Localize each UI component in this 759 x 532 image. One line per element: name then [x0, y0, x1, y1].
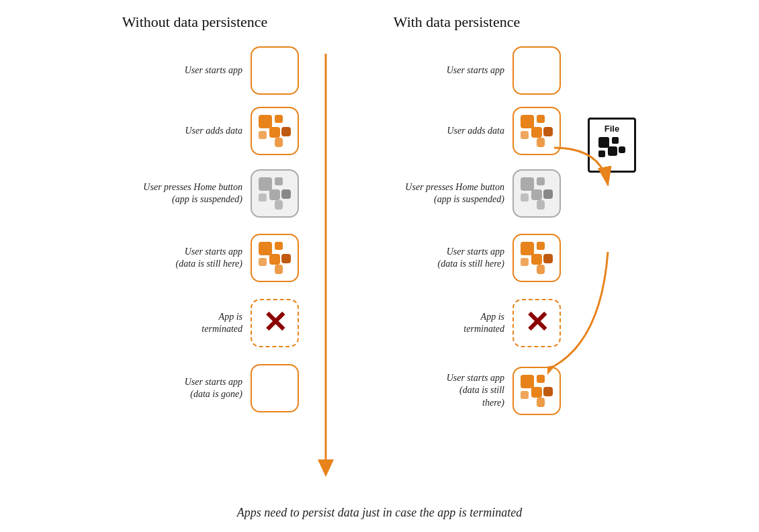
right-column-title: With data persistence: [394, 13, 520, 31]
svg-rect-6: [259, 177, 272, 191]
svg-rect-17: [275, 265, 283, 274]
left-step-3-label: User presses Home button(app is suspende…: [91, 181, 251, 206]
app-icon-empty: [251, 46, 299, 95]
svg-rect-40: [521, 391, 529, 399]
left-step-4-label: User starts app(data is still here): [91, 246, 251, 270]
footer-caption: Apps need to persist data just in case t…: [237, 506, 522, 525]
left-step-3: User presses Home button(app is suspende…: [91, 164, 299, 223]
svg-rect-4: [281, 127, 291, 136]
svg-rect-37: [537, 265, 545, 274]
right-step-3-label: User presses Home button(app is suspende…: [353, 181, 512, 206]
right-step-6: User starts app(data is stillthere): [353, 359, 561, 423]
file-and-arrows: File: [561, 13, 668, 500]
left-column-title: Without data persistence: [122, 13, 268, 31]
svg-rect-22: [521, 131, 529, 139]
left-step-1-icon: [251, 46, 299, 95]
app-icon-terminated: ✕: [251, 299, 299, 347]
right-step-4: User starts app(data is still here): [353, 228, 561, 287]
svg-rect-33: [537, 242, 545, 250]
svg-rect-10: [281, 189, 291, 199]
curved-arrows-svg: [547, 50, 655, 447]
left-step-6: User starts app(data is gone): [91, 359, 299, 418]
left-step-5: App isterminated ✕: [91, 293, 299, 353]
right-step-1: User starts app: [353, 43, 561, 98]
svg-rect-5: [275, 138, 283, 147]
svg-rect-28: [521, 193, 529, 202]
svg-rect-15: [269, 254, 280, 265]
svg-rect-43: [537, 398, 545, 407]
left-step-1: User starts app: [91, 43, 299, 98]
left-step-6-icon: [251, 364, 299, 412]
svg-marker-19: [318, 459, 334, 477]
left-step-2-icon: [251, 107, 299, 155]
svg-rect-29: [531, 189, 542, 200]
right-section: With data persistence User starts app Us…: [353, 13, 668, 500]
svg-rect-35: [531, 254, 542, 265]
svg-rect-34: [521, 258, 529, 266]
right-step-5: App isterminated ✕: [353, 293, 561, 353]
left-step-4: User starts app(data is still here): [91, 228, 299, 287]
left-step-2-label: User adds data: [91, 125, 251, 137]
svg-rect-32: [521, 242, 534, 255]
right-step-5-label: App isterminated: [353, 311, 512, 335]
svg-rect-7: [275, 177, 283, 185]
divider: [299, 13, 353, 500]
cross-icon: ✕: [263, 308, 287, 338]
svg-rect-41: [531, 387, 542, 398]
svg-rect-23: [531, 127, 542, 138]
right-column: With data persistence User starts app Us…: [353, 13, 561, 500]
svg-rect-14: [259, 258, 267, 266]
svg-rect-3: [269, 127, 280, 138]
app-icon-with-data: [251, 107, 299, 155]
right-step-6-label: User starts app(data is stillthere): [353, 372, 512, 409]
main-container: Without data persistence User starts app…: [0, 0, 759, 532]
app-icon-suspended: [251, 169, 299, 218]
svg-rect-20: [521, 115, 534, 128]
right-step-2: User adds data: [353, 103, 561, 159]
svg-rect-13: [275, 242, 283, 250]
right-step-2-label: User adds data: [353, 125, 512, 137]
right-step-4-label: User starts app(data is still here): [353, 246, 512, 270]
svg-rect-38: [521, 375, 534, 388]
left-column: Without data persistence User starts app…: [91, 13, 299, 500]
left-step-5-icon: ✕: [251, 299, 299, 347]
svg-rect-25: [537, 138, 545, 147]
left-step-1-label: User starts app: [91, 64, 251, 77]
svg-rect-2: [259, 131, 267, 139]
svg-rect-31: [537, 200, 545, 210]
svg-rect-39: [537, 375, 545, 383]
divider-arrow: [306, 54, 346, 477]
svg-rect-1: [275, 115, 283, 123]
left-step-4-icon: [251, 234, 299, 282]
svg-rect-11: [275, 200, 283, 210]
left-step-2: User adds data: [91, 103, 299, 159]
svg-rect-12: [259, 242, 272, 255]
right-cross-icon: ✕: [525, 308, 549, 338]
columns-wrapper: Without data persistence User starts app…: [0, 13, 759, 500]
right-step-3: User presses Home button(app is suspende…: [353, 164, 561, 223]
svg-rect-8: [259, 193, 267, 202]
svg-rect-9: [269, 189, 280, 200]
svg-rect-16: [281, 254, 291, 263]
svg-rect-26: [521, 177, 534, 191]
svg-rect-27: [537, 177, 545, 185]
app-icon-empty-2: [251, 364, 299, 412]
svg-rect-0: [259, 115, 272, 128]
svg-rect-21: [537, 115, 545, 123]
left-step-6-label: User starts app(data is gone): [91, 376, 251, 400]
left-step-3-icon: [251, 169, 299, 218]
right-step-1-label: User starts app: [353, 64, 512, 77]
left-step-5-label: App isterminated: [91, 311, 251, 335]
app-icon-data-still: [251, 234, 299, 282]
